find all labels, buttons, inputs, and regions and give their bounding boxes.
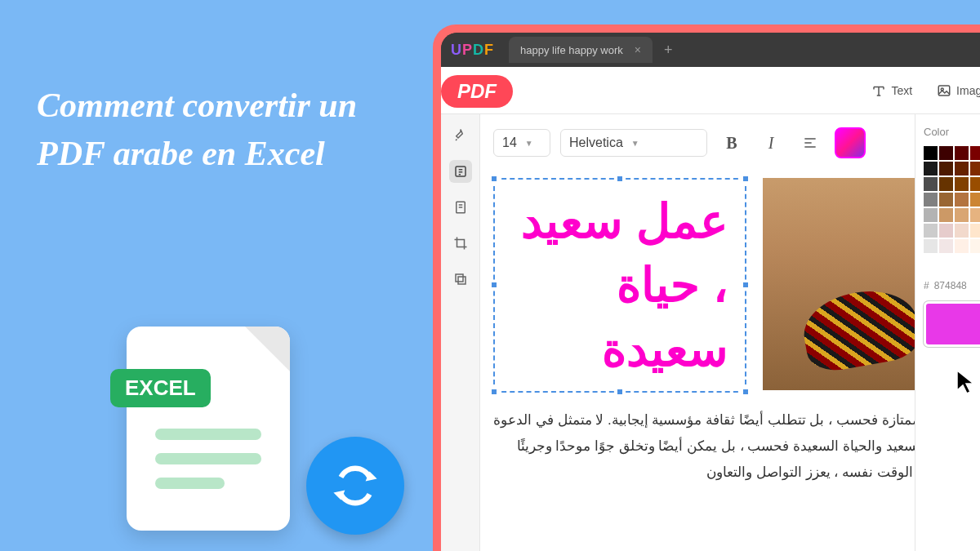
color-swatch[interactable]: [924, 255, 938, 269]
color-swatch[interactable]: [939, 255, 953, 269]
resize-handle[interactable]: [616, 175, 624, 183]
color-swatch[interactable]: [924, 239, 938, 253]
color-swatch[interactable]: [955, 239, 969, 253]
left-toolbar: [441, 114, 480, 551]
color-swatch[interactable]: [955, 162, 969, 176]
svg-rect-7: [458, 277, 466, 284]
color-swatch[interactable]: [970, 193, 980, 207]
color-swatch[interactable]: [924, 193, 938, 207]
color-swatch[interactable]: [955, 255, 969, 269]
editor-area: 14 ▼ Helvetica ▼ B I: [480, 114, 980, 551]
document-icon: EXCEL: [127, 327, 290, 531]
crop-icon[interactable]: [449, 232, 472, 255]
color-swatch[interactable]: [955, 224, 969, 238]
color-swatch[interactable]: [939, 239, 953, 253]
font-family-select[interactable]: Helvetica ▼: [560, 129, 707, 157]
highlighter-icon[interactable]: [449, 124, 472, 147]
body-paragraph: إدارة فريق ممتازة فحسب ، بل تتطلب أيضًا …: [493, 407, 980, 487]
color-swatch[interactable]: [924, 208, 938, 222]
resize-handle[interactable]: [616, 388, 624, 396]
pdf-badge: PDF: [441, 75, 513, 108]
color-swatch[interactable]: [955, 146, 969, 160]
color-swatches: [924, 146, 980, 269]
titlebar: UPDF happy life happy work × +: [441, 33, 980, 67]
color-swatch[interactable]: [955, 193, 969, 207]
color-swatch[interactable]: [970, 177, 980, 191]
color-panel: Color # 874848: [915, 114, 980, 551]
color-swatch[interactable]: [939, 224, 953, 238]
svg-rect-6: [456, 274, 463, 282]
resize-handle[interactable]: [490, 281, 498, 289]
page-icon[interactable]: [449, 196, 472, 219]
cursor-icon: [956, 369, 978, 400]
color-swatch[interactable]: [955, 208, 969, 222]
document-tab[interactable]: happy life happy work ×: [509, 37, 653, 63]
color-swatch[interactable]: [970, 239, 980, 253]
close-tab-icon[interactable]: ×: [635, 43, 641, 56]
color-swatch[interactable]: [939, 162, 953, 176]
color-swatch[interactable]: [924, 162, 938, 176]
excel-badge: EXCEL: [110, 369, 211, 407]
caret-down-icon: ▼: [525, 139, 533, 148]
format-bar: 14 ▼ Helvetica ▼ B I: [493, 127, 980, 158]
color-swatch[interactable]: [955, 177, 969, 191]
italic-button[interactable]: I: [756, 128, 786, 158]
app-frame: UPDF happy life happy work × + Text Imag…: [433, 24, 980, 551]
bold-button[interactable]: B: [717, 128, 746, 158]
edit-text-icon[interactable]: [449, 160, 472, 183]
color-swatch[interactable]: [970, 255, 980, 269]
font-size-select[interactable]: 14 ▼: [493, 129, 550, 157]
resize-handle[interactable]: [742, 281, 750, 289]
color-swatch[interactable]: [924, 146, 938, 160]
resize-handle[interactable]: [742, 388, 750, 396]
color-swatch[interactable]: [970, 224, 980, 238]
selected-text-box[interactable]: عمل سعيد ، حياة سعيدة: [493, 178, 746, 393]
resize-handle[interactable]: [490, 175, 498, 183]
text-color-button[interactable]: [835, 127, 866, 158]
resize-handle[interactable]: [742, 175, 750, 183]
color-swatch[interactable]: [924, 177, 938, 191]
color-swatch[interactable]: [939, 193, 953, 207]
tab-title: happy life happy work: [520, 44, 623, 56]
resize-handle[interactable]: [490, 388, 498, 396]
layers-icon[interactable]: [449, 268, 472, 291]
app-window: UPDF happy life happy work × + Text Imag…: [441, 33, 980, 551]
hex-input-row[interactable]: # 874848: [924, 280, 980, 291]
color-swatch[interactable]: [970, 146, 980, 160]
color-swatch[interactable]: [939, 177, 953, 191]
document-image[interactable]: [763, 178, 926, 390]
color-swatch[interactable]: [924, 224, 938, 238]
svg-rect-2: [938, 86, 950, 96]
color-swatch[interactable]: [970, 162, 980, 176]
top-toolbar: Text Image: [441, 67, 980, 114]
convert-icon: [306, 437, 404, 535]
hex-value[interactable]: 874848: [934, 280, 967, 291]
color-swatch[interactable]: [939, 208, 953, 222]
color-swatch[interactable]: [939, 146, 953, 160]
current-color-preview[interactable]: [924, 301, 980, 347]
color-swatch[interactable]: [970, 208, 980, 222]
arabic-heading-text[interactable]: عمل سعيد ، حياة سعيدة: [511, 189, 728, 381]
app-logo: UPDF: [451, 42, 494, 59]
align-button[interactable]: [795, 128, 825, 158]
caret-down-icon: ▼: [631, 139, 639, 148]
add-tab-button[interactable]: +: [664, 42, 673, 59]
image-tool-button[interactable]: Image: [937, 83, 980, 98]
color-panel-title: Color: [924, 126, 980, 138]
text-tool-button[interactable]: Text: [871, 83, 912, 98]
page-heading: Comment convertir un PDF arabe en Excel: [37, 82, 396, 178]
